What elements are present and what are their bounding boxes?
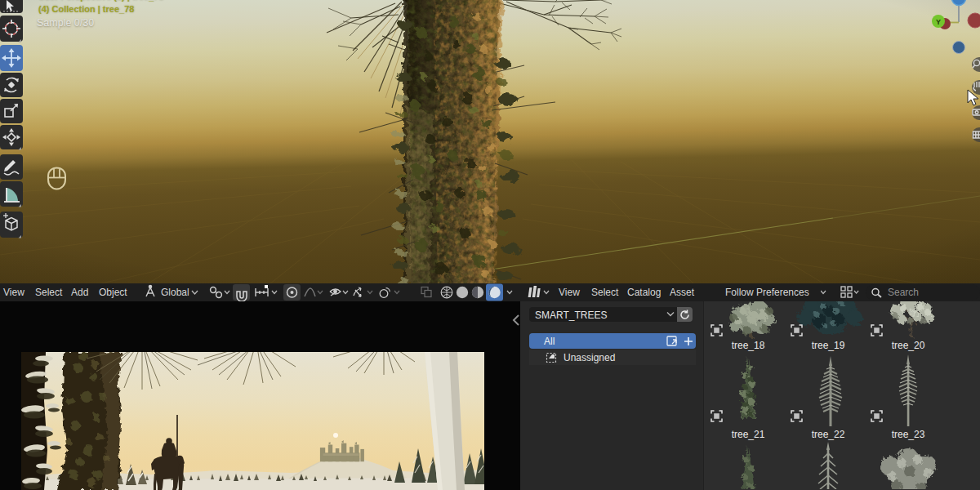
- svg-text:tree_21: tree_21: [732, 429, 765, 440]
- svg-text:tree_23: tree_23: [892, 429, 925, 440]
- svg-text:tree_22: tree_22: [812, 429, 845, 440]
- svg-text:tree_18: tree_18: [732, 340, 765, 351]
- svg-text:Search: Search: [888, 287, 919, 298]
- svg-text:tree_20: tree_20: [892, 340, 925, 351]
- svg-text:Y: Y: [936, 18, 941, 26]
- svg-text:tree_19: tree_19: [812, 340, 845, 351]
- svg-text:Global: Global: [161, 287, 189, 298]
